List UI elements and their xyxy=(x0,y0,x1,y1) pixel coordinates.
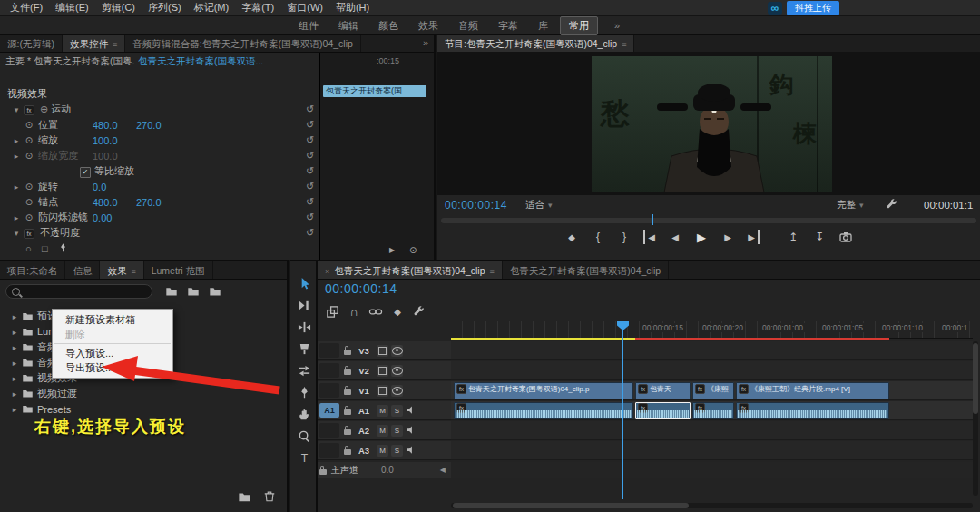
slip-tool[interactable] xyxy=(297,363,311,378)
chevron-down-icon[interactable]: ▾ xyxy=(11,105,22,114)
program-timecode[interactable]: 00:00:00:14 xyxy=(445,199,507,212)
close-icon[interactable]: × xyxy=(325,267,329,276)
mute-button[interactable]: M xyxy=(377,445,388,457)
new-bin-icon[interactable] xyxy=(238,490,251,505)
32bit-effects-bin-icon[interactable] xyxy=(187,285,200,299)
menu-clip[interactable]: 剪辑(C) xyxy=(95,0,142,15)
chevron-right-icon[interactable]: ▸ xyxy=(9,389,20,399)
menu-title[interactable]: 字幕(T) xyxy=(235,0,280,15)
selection-tool[interactable] xyxy=(297,276,311,290)
upload-button[interactable]: 抖推上传 xyxy=(787,1,839,15)
context-menu-new-preset-bin[interactable]: 新建预设素材箱 xyxy=(53,312,172,327)
add-marker-button[interactable]: ◆ xyxy=(564,230,579,244)
stopwatch-icon[interactable]: ⊙ xyxy=(24,212,34,222)
settings-wrench-icon[interactable] xyxy=(886,198,898,212)
linked-selection-icon[interactable] xyxy=(368,304,383,319)
track-select-forward-tool[interactable] xyxy=(297,298,311,312)
anchor-x-value[interactable]: 480.0 xyxy=(93,197,118,208)
solo-button[interactable]: S xyxy=(391,445,403,457)
solo-button[interactable]: S xyxy=(391,405,403,417)
lock-icon[interactable] xyxy=(319,469,327,475)
ecp-sequence-clip-label[interactable]: 包青天之开封奇案(国粤双语... xyxy=(138,55,263,68)
chevron-down-icon[interactable]: ▾ xyxy=(11,229,22,238)
lock-icon[interactable] xyxy=(344,409,351,415)
tab-program-monitor[interactable]: 节目:包青天之开封奇案(国粤双语)04_clip ≡ xyxy=(437,34,634,52)
sync-lock-icon[interactable] xyxy=(377,365,388,377)
source-patch-v2[interactable] xyxy=(319,363,339,378)
playhead-line[interactable] xyxy=(622,321,623,499)
add-marker-icon[interactable]: ◆ xyxy=(390,304,405,319)
ellipse-mask-icon[interactable]: ○ xyxy=(25,243,32,254)
lock-icon[interactable] xyxy=(344,369,351,375)
play-audio-icon[interactable]: ▶ xyxy=(389,246,395,254)
program-scrubber[interactable] xyxy=(441,218,976,223)
mute-button[interactable]: M xyxy=(377,425,388,437)
audio-clip-a1-4[interactable]: fx xyxy=(736,402,889,419)
panel-menu-icon[interactable]: ≡ xyxy=(113,40,117,49)
position-x-value[interactable]: 480.0 xyxy=(93,120,118,131)
reset-icon[interactable]: ↺ xyxy=(306,165,314,177)
scale-value[interactable]: 100.0 xyxy=(93,135,118,146)
step-forward-button[interactable]: ▶ xyxy=(720,230,735,244)
accelerated-effects-bin-icon[interactable] xyxy=(165,285,178,299)
reset-icon[interactable]: ↺ xyxy=(306,119,314,131)
chevron-right-icon[interactable]: ▸ xyxy=(9,359,20,368)
source-patch-v1[interactable] xyxy=(319,383,339,398)
audio-clip-a1-1[interactable]: fx xyxy=(454,402,633,419)
stopwatch-icon[interactable]: ⊙ xyxy=(24,182,34,192)
trash-icon[interactable] xyxy=(263,489,276,505)
timeline-horizontal-scrollbar[interactable] xyxy=(451,503,973,508)
pen-tool[interactable] xyxy=(297,385,311,399)
sync-lock-icon[interactable] xyxy=(377,345,388,357)
menu-edit[interactable]: 编辑(E) xyxy=(49,0,95,15)
panel-menu-icon[interactable]: ≡ xyxy=(490,267,495,276)
tab-project[interactable]: 项目:未命名 xyxy=(0,261,65,279)
zoom-tool[interactable] xyxy=(297,428,311,443)
menu-file[interactable]: 文件(F) xyxy=(4,0,49,15)
chevron-right-icon[interactable]: ▸ xyxy=(9,405,20,414)
pen-mask-icon[interactable] xyxy=(58,242,68,255)
reset-icon[interactable]: ↺ xyxy=(306,227,314,239)
audio-clip-a1-2-selected[interactable]: fx xyxy=(635,402,691,419)
tab-effect-controls[interactable]: 效果控件 ≡ xyxy=(63,34,125,52)
chevron-right-icon[interactable]: ▸ xyxy=(9,374,20,383)
type-tool[interactable]: T xyxy=(297,450,311,465)
step-back-button[interactable]: ◀ xyxy=(668,230,682,244)
tab-audio-clip-mixer[interactable]: 音频剪辑混合器:包青天之开封奇案(国粤双语)04_clip xyxy=(125,34,361,52)
hand-tool[interactable] xyxy=(297,407,311,421)
stopwatch-icon[interactable]: ⊙ xyxy=(24,120,34,130)
tab-overflow-icon[interactable]: » xyxy=(417,34,434,52)
go-to-in-button[interactable]: ◀ xyxy=(643,230,656,244)
ecp-lane-clip-bar[interactable]: 包青天之开封奇案(国 xyxy=(323,85,426,97)
toggle-track-output-icon[interactable] xyxy=(391,345,403,357)
panel-menu-icon[interactable]: ≡ xyxy=(622,40,626,49)
snap-magnet-icon[interactable]: ∩ xyxy=(347,304,361,319)
workspace-titles[interactable]: 字幕 xyxy=(490,17,526,34)
workspace-overflow-icon[interactable]: » xyxy=(614,20,620,31)
tree-item-user-presets[interactable]: ▸ Presets xyxy=(0,401,278,417)
nest-insert-icon[interactable] xyxy=(325,304,339,319)
source-patch-v3[interactable] xyxy=(319,343,339,358)
lock-icon[interactable] xyxy=(344,449,351,455)
workspace-editing[interactable]: 编辑 xyxy=(330,17,367,34)
go-to-out-button[interactable]: ▶ xyxy=(747,230,760,244)
ecp-group-motion[interactable]: ▾ fx ⊕运动 ↺ xyxy=(0,102,319,117)
reset-icon[interactable]: ↺ xyxy=(306,196,314,208)
tab-lumetri-scopes[interactable]: Lumetri 范围 xyxy=(144,261,213,279)
audio-clip-a1-3[interactable]: fx xyxy=(692,402,734,419)
workspace-color[interactable]: 颜色 xyxy=(370,17,407,34)
menu-marker[interactable]: 标记(M) xyxy=(188,0,236,15)
menu-help[interactable]: 帮助(H) xyxy=(329,0,376,15)
toggle-track-output-icon[interactable] xyxy=(391,365,403,377)
chevron-right-icon[interactable]: ▸ xyxy=(11,136,22,145)
ecp-group-opacity[interactable]: ▾ fx 不透明度 ↺ xyxy=(0,225,319,241)
timeline-settings-wrench-icon[interactable] xyxy=(412,304,426,319)
panel-menu-icon[interactable]: ≡ xyxy=(131,267,135,276)
clip-v1-2[interactable]: fx包青天 xyxy=(635,382,691,399)
source-patch-a1[interactable]: A1 xyxy=(319,403,339,418)
stopwatch-icon[interactable]: ⊙ xyxy=(24,135,34,145)
solo-button[interactable]: S xyxy=(391,425,403,437)
workspace-assembly[interactable]: 组件 xyxy=(290,17,327,34)
zoom-level-dropdown[interactable]: 适合▾ xyxy=(525,199,553,212)
yuv-effects-bin-icon[interactable] xyxy=(209,285,221,299)
